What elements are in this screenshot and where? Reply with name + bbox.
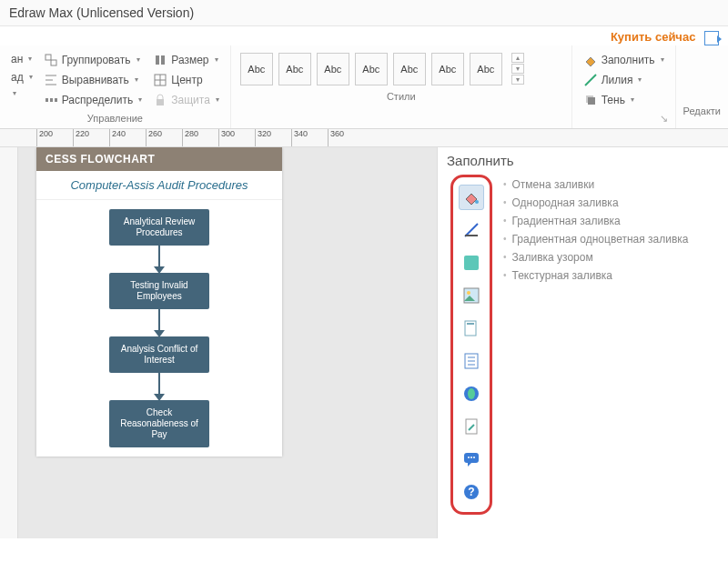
fill-options-list: Отмена заливки Однородная заливка Градие… — [503, 178, 689, 282]
connector-arrow — [154, 330, 165, 337]
sidebar: Заполнить ? Отмена заливки Однородная за… — [437, 147, 728, 538]
ribbon-group-edit: Редакти — [676, 45, 728, 128]
manage-label: Управление — [7, 109, 223, 125]
group-icon — [44, 53, 58, 67]
size-icon — [153, 53, 167, 67]
shadow-button[interactable]: Тень▾ — [580, 91, 668, 109]
help-tool[interactable]: ? — [459, 479, 484, 505]
line-icon — [583, 73, 598, 87]
styles-down[interactable]: ▾ — [511, 64, 524, 74]
image-tool[interactable] — [459, 283, 484, 308]
svg-point-17 — [475, 200, 479, 204]
globe-tool[interactable] — [459, 381, 484, 406]
sidebar-title: Заполнить — [438, 147, 728, 174]
ribbon-group-manage: ан▾ ад▾ ▾ Группировать▾ Выравнивать▾ Рас… — [0, 45, 231, 128]
shadow-icon — [583, 93, 598, 107]
svg-rect-6 — [50, 98, 53, 102]
distribute-button[interactable]: Распределить▾ — [40, 91, 147, 109]
share-icon[interactable] — [704, 31, 719, 45]
style-preset[interactable]: Abc — [393, 53, 426, 85]
svg-point-22 — [467, 291, 470, 295]
svg-point-33 — [470, 457, 472, 458]
style-preset[interactable]: Abc — [278, 53, 311, 85]
workspace: CESS FLOWCHART Computer-Assis Audit Proc… — [0, 147, 728, 538]
style-preset[interactable]: Abc — [240, 53, 273, 85]
fill-expand[interactable]: ↘ — [580, 109, 668, 126]
line-tool[interactable] — [459, 217, 484, 243]
fill-option-gradient[interactable]: Градиентная заливка — [503, 215, 689, 227]
ribbon: ан▾ ад▾ ▾ Группировать▾ Выравнивать▾ Рас… — [0, 45, 728, 129]
connector-arrow — [154, 394, 165, 401]
fill-option-texture[interactable]: Текстурная заливка — [503, 269, 689, 282]
svg-rect-16 — [588, 97, 595, 105]
connector-line — [158, 373, 160, 395]
size-button[interactable]: Размер▾ — [149, 51, 223, 69]
line-button[interactable]: Лилия▾ — [580, 71, 668, 89]
svg-rect-9 — [161, 55, 165, 65]
fill-option-pattern[interactable]: Заливка узором — [503, 251, 689, 264]
connector-line — [158, 309, 160, 331]
app-title: Edraw Max (Unlicensed Version) — [9, 5, 194, 20]
style-preset[interactable]: Abc — [317, 53, 349, 85]
style-preset[interactable]: Abc — [355, 53, 388, 85]
back-button[interactable]: ад▾ — [7, 69, 36, 85]
svg-point-32 — [468, 457, 470, 458]
connector-arrow — [154, 266, 165, 274]
style-preset[interactable]: Abc — [431, 53, 464, 85]
page-tool[interactable] — [459, 316, 484, 341]
center-button[interactable]: Центр — [149, 71, 223, 89]
svg-point-34 — [473, 457, 475, 458]
styles-label: Стили — [238, 87, 564, 104]
bucket-icon — [583, 53, 598, 67]
flowchart-document[interactable]: CESS FLOWCHART Computer-Assis Audit Proc… — [36, 147, 282, 457]
styles-up[interactable]: ▴ — [511, 53, 524, 63]
ribbon-group-styles: Abc Abc Abc Abc Abc Abc Abc ▴ ▾ ▾ Стили — [231, 45, 572, 128]
svg-rect-8 — [156, 55, 159, 65]
fill-option-gradient-mono[interactable]: Градиентная одноцветная заливка — [503, 233, 689, 246]
flowchart-node[interactable]: Analytical Review Procedures — [109, 209, 209, 246]
vertical-ruler — [0, 147, 18, 538]
svg-rect-20 — [464, 256, 479, 270]
buy-row: Купить сейчас — [0, 26, 728, 45]
plan-button[interactable]: ан▾ — [7, 51, 36, 67]
svg-rect-1 — [51, 60, 56, 65]
flowchart-node[interactable]: Analysis Conflict of Interest — [109, 336, 209, 373]
distribute-icon — [44, 93, 58, 107]
flowchart-title: CESS FLOWCHART — [36, 147, 282, 171]
svg-rect-0 — [46, 55, 51, 60]
shape-tool[interactable] — [459, 250, 484, 276]
svg-line-14 — [585, 75, 596, 85]
svg-rect-13 — [157, 99, 164, 105]
svg-text:?: ? — [468, 486, 474, 498]
comment-tool[interactable] — [459, 447, 484, 472]
canvas[interactable]: CESS FLOWCHART Computer-Assis Audit Proc… — [0, 147, 437, 538]
lock-icon — [153, 93, 167, 107]
fill-tool[interactable] — [459, 185, 484, 210]
flowchart-subtitle: Computer-Assis Audit Procedures — [36, 171, 282, 200]
styles-grid: Abc Abc Abc Abc Abc Abc Abc ▴ ▾ ▾ — [238, 51, 526, 87]
styles-more[interactable]: ▾ — [511, 75, 524, 85]
down-button[interactable]: ▾ — [7, 87, 36, 99]
list-tool[interactable] — [459, 348, 484, 374]
fill-option-solid[interactable]: Однородная заливка — [503, 196, 689, 209]
buy-link[interactable]: Купить сейчас — [611, 30, 695, 44]
protect-button[interactable]: Защита▾ — [149, 91, 223, 109]
fill-button[interactable]: Заполнить▾ — [580, 51, 668, 69]
ribbon-group-fill: Заполнить▾ Лилия▾ Тень▾ ↘ — [572, 45, 676, 128]
svg-rect-19 — [465, 235, 478, 236]
document-tool[interactable] — [459, 414, 484, 439]
title-bar: Edraw Max (Unlicensed Version) — [0, 0, 728, 26]
svg-rect-5 — [46, 98, 48, 102]
center-icon — [153, 73, 167, 87]
connector-line — [158, 246, 160, 267]
fill-option-none[interactable]: Отмена заливки — [503, 178, 689, 191]
flowchart-node[interactable]: Testing Invalid Employees — [109, 273, 209, 309]
align-icon — [44, 73, 58, 87]
align-button[interactable]: Выравнивать▾ — [40, 71, 147, 89]
svg-line-18 — [465, 224, 478, 236]
group-button[interactable]: Группировать▾ — [40, 51, 147, 69]
flowchart-node[interactable]: Check Reasonableness of Pay — [109, 400, 209, 447]
svg-rect-24 — [467, 323, 474, 325]
edit-label: Редакти — [683, 102, 721, 118]
style-preset[interactable]: Abc — [470, 53, 502, 85]
